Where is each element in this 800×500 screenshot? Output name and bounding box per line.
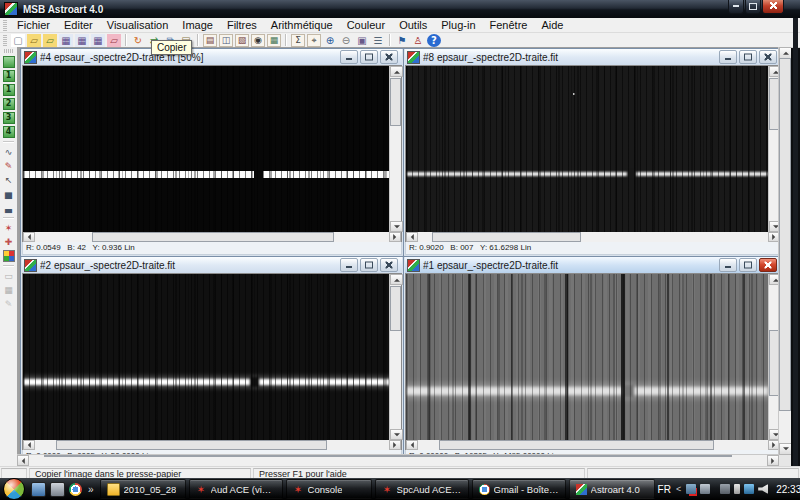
palette-icon[interactable] (3, 250, 15, 262)
scroll-right-arrow[interactable] (389, 440, 401, 450)
taskbar-button-gmail-bo-te-de[interactable]: Gmail - Boîte de... (472, 479, 566, 499)
scroll-left-arrow[interactable] (406, 440, 418, 450)
maximize-button[interactable] (745, 0, 761, 14)
mdi-window-titlebar[interactable]: #8 epsaur_-spectre2D-traite.fit (405, 49, 781, 65)
spectrum-image[interactable] (23, 66, 389, 232)
workspace-vertical-scrollbar[interactable] (778, 47, 791, 455)
image-tool-1-icon[interactable]: ▤ (203, 34, 217, 47)
flag-icon[interactable]: ⚑ (395, 34, 409, 47)
scroll-down-arrow[interactable] (390, 221, 403, 232)
tray-network-icon[interactable] (744, 484, 754, 494)
zoom-in-icon[interactable]: ⊕ (323, 34, 337, 47)
scroll-up-arrow[interactable] (390, 66, 403, 77)
scroll-left-arrow[interactable] (17, 455, 29, 466)
scroll-left-arrow[interactable] (406, 232, 418, 242)
menu-item-aide[interactable]: Aide (534, 18, 570, 32)
zoom-x4-icon[interactable]: 4 (3, 126, 15, 138)
histogram-icon[interactable]: ▅ (3, 188, 15, 200)
grid-icon[interactable]: ▦ (3, 284, 15, 296)
save-image-3-icon[interactable]: ▦ (91, 34, 105, 47)
workspace-horizontal-scrollbar[interactable] (17, 454, 779, 466)
image-tool-2-icon[interactable]: ◫ (219, 34, 233, 47)
scroll-thumb[interactable] (44, 455, 732, 457)
horizontal-scrollbar[interactable] (22, 232, 402, 242)
scroll-up-arrow[interactable] (390, 274, 403, 285)
minimize-button[interactable] (728, 0, 744, 14)
scroll-left-arrow[interactable] (23, 232, 35, 242)
spectrum-image[interactable] (406, 66, 768, 232)
maximize-button[interactable] (739, 50, 757, 64)
scroll-thumb[interactable] (92, 232, 335, 242)
open-folder-icon[interactable]: ▱ (27, 34, 41, 47)
zoom-x2-icon[interactable]: 2 (3, 98, 15, 110)
image-tool-5-icon[interactable]: ▦ (267, 34, 281, 47)
save-image-2-icon[interactable]: ▦ (75, 34, 89, 47)
tray-usb-icon[interactable] (734, 484, 740, 494)
image-tool-3-icon[interactable]: ▧ (235, 34, 249, 47)
taskbar-button-console[interactable]: ✶Console (286, 479, 372, 499)
spectrum-image[interactable] (23, 274, 389, 440)
menu-item-plug-in[interactable]: Plug-in (434, 18, 482, 32)
tag-icon[interactable]: ✎ (3, 298, 15, 310)
menu-item-arithm-tique[interactable]: Arithmétique (264, 18, 340, 32)
maximize-button[interactable] (739, 258, 757, 272)
tray-volume-icon[interactable] (758, 484, 768, 494)
quick-launch-chevron[interactable]: » (88, 484, 94, 495)
menu-item-outils[interactable]: Outils (392, 18, 434, 32)
close-button[interactable] (380, 50, 398, 64)
close-button[interactable] (762, 0, 784, 14)
window-titlebar[interactable]: MSB Astroart 4.0 (0, 0, 800, 18)
minimize-button[interactable] (719, 258, 737, 272)
scroll-right-arrow[interactable] (767, 455, 779, 466)
new-file-icon[interactable]: ▢ (11, 34, 25, 47)
horizontal-scrollbar[interactable] (405, 440, 781, 450)
menu-item-fen-tre[interactable]: Fenêtre (483, 18, 535, 32)
mdi-window-4[interactable]: #4 epsaur_-spectre2D-traite.fit [50%] (20, 48, 404, 257)
taskbar-button-aud-ace-visu1[interactable]: ✶Aud ACE (visu1)... (189, 479, 283, 499)
zoom-x3-icon[interactable]: 3 (3, 112, 15, 124)
scroll-thumb[interactable] (432, 232, 581, 242)
crop-icon[interactable]: ▭ (3, 270, 15, 282)
pen-icon[interactable]: ✎ (3, 160, 15, 172)
zoom-x1-icon[interactable]: 1 (3, 84, 15, 96)
cursor-icon[interactable]: ↖ (3, 174, 15, 186)
tray-network-error-icon[interactable] (686, 484, 696, 494)
mdi-window-2[interactable]: #2 epsaur_-spectre2D-traite.fit (20, 256, 404, 465)
menu-item-couleur[interactable]: Couleur (340, 18, 393, 32)
list-icon[interactable]: ☰ (371, 34, 385, 47)
mdi-window-titlebar[interactable]: #2 epsaur_-spectre2D-traite.fit (22, 257, 402, 273)
scroll-down-arrow[interactable] (779, 443, 791, 455)
tray-chevron[interactable]: < (676, 484, 681, 494)
menu-item-editer[interactable]: Editer (57, 18, 100, 32)
monitor-icon[interactable]: ▣ (355, 34, 369, 47)
maximize-button[interactable] (360, 258, 378, 272)
start-button[interactable] (3, 478, 25, 500)
profile-chart-icon[interactable]: ∿ (3, 146, 15, 158)
show-desktop-icon[interactable] (31, 482, 46, 497)
zoom-a-icon[interactable]: 1 (3, 70, 15, 82)
close-button[interactable] (380, 258, 398, 272)
horizontal-scrollbar[interactable] (405, 232, 781, 242)
blink-icon[interactable]: ✚ (3, 236, 15, 248)
taskbar-button-astroart-4-0[interactable]: Astroart 4.0 (569, 479, 655, 499)
target-icon[interactable]: ⌖ (307, 34, 321, 47)
users-icon[interactable]: ♙ (411, 34, 425, 47)
chrome-icon[interactable] (69, 483, 82, 496)
save-image-1-icon[interactable]: ▦ (59, 34, 73, 47)
help-icon[interactable]: ? (427, 34, 441, 47)
menu-item-fichier[interactable]: Fichier (10, 18, 57, 32)
menu-item-image[interactable]: Image (175, 18, 220, 32)
vertical-scrollbar[interactable] (389, 66, 401, 232)
view-full-icon[interactable] (3, 56, 15, 68)
histogram-stretch-icon[interactable]: ▃ (3, 202, 15, 214)
statistics-icon[interactable]: Σ (291, 34, 305, 47)
refresh-icon[interactable]: ↻ (131, 34, 145, 47)
image-tool-4-icon[interactable]: ◉ (251, 34, 265, 47)
tray-display-icon[interactable] (700, 484, 710, 494)
spectrum-image[interactable] (406, 274, 768, 440)
tray-app-icon[interactable] (720, 484, 730, 494)
language-indicator[interactable]: FR (658, 484, 671, 495)
scroll-right-arrow[interactable] (389, 232, 401, 242)
horizontal-scrollbar[interactable] (22, 440, 402, 450)
mdi-window-titlebar[interactable]: #4 epsaur_-spectre2D-traite.fit [50%] (22, 49, 402, 65)
